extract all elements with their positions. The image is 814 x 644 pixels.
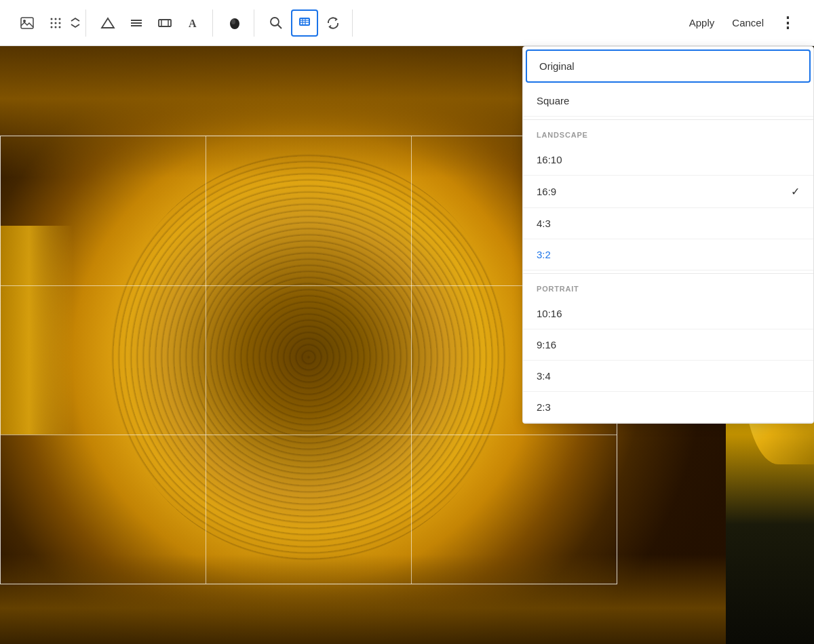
- svg-text:A: A: [189, 18, 197, 29]
- dropdown-item-label: 9:16: [537, 339, 556, 350]
- svg-point-19: [231, 19, 235, 24]
- svg-point-10: [59, 26, 61, 28]
- dropdown-item-label: 10:16: [537, 308, 562, 319]
- text-button[interactable]: A: [180, 9, 207, 37]
- svg-point-20: [271, 18, 279, 26]
- dropdown-item-original[interactable]: Original: [526, 49, 811, 83]
- check-icon: ✓: [791, 185, 800, 198]
- search-button[interactable]: [263, 9, 290, 37]
- paint-button[interactable]: [221, 9, 248, 37]
- dropdown-item-10-16[interactable]: 10:16: [523, 298, 813, 329]
- section-header-portrait: PORTRAIT: [523, 277, 813, 298]
- toolbar-group-paint: [216, 9, 254, 37]
- dropdown-item-3-2[interactable]: 3:2: [523, 239, 813, 270]
- dropdown-item-16-10[interactable]: 16:10: [523, 144, 813, 176]
- lines-button[interactable]: [123, 9, 150, 37]
- apply-button[interactable]: Apply: [681, 12, 723, 34]
- svg-rect-14: [159, 20, 171, 26]
- seed-pattern: [109, 154, 509, 561]
- dropdown-item-square[interactable]: Square: [523, 85, 813, 117]
- svg-point-2: [51, 18, 53, 20]
- dropdown-item-label: 4:3: [537, 218, 551, 229]
- svg-point-8: [51, 26, 53, 28]
- toolbar-group-actions: Apply Cancel ⋮: [676, 9, 806, 37]
- svg-point-3: [55, 18, 57, 20]
- dropdown-item-3-4[interactable]: 3:4: [523, 361, 813, 392]
- toolbar-group-shape: A: [89, 9, 213, 37]
- svg-point-9: [55, 26, 57, 28]
- frame-button[interactable]: [151, 9, 178, 37]
- dropdown-item-label: 3:2: [537, 249, 551, 260]
- dropdown-item-label: 3:4: [537, 370, 551, 382]
- aspect-ratio-dropdown: Original Square LANDSCAPE 16:10 16:9 ✓ 4…: [522, 46, 814, 424]
- landscape-divider: [523, 119, 813, 120]
- dropdown-item-label: 16:10: [537, 154, 562, 165]
- dropdown-item-label: Original: [539, 60, 575, 72]
- up-down-arrows[interactable]: [71, 17, 80, 28]
- dropdown-item-label: 2:3: [537, 401, 551, 413]
- svg-rect-22: [300, 18, 309, 25]
- toolbar: A: [0, 0, 814, 46]
- svg-line-21: [278, 24, 282, 28]
- left-petal: [0, 226, 73, 435]
- svg-point-7: [59, 22, 61, 24]
- grid-button[interactable]: [42, 9, 69, 37]
- svg-point-6: [55, 22, 57, 24]
- portrait-divider: [523, 273, 813, 274]
- dropdown-item-2-3[interactable]: 2:3: [523, 392, 813, 423]
- svg-point-5: [51, 22, 53, 24]
- image-button[interactable]: [14, 9, 41, 37]
- bottom-petal-area: [0, 555, 726, 644]
- svg-rect-0: [21, 18, 33, 28]
- triangle-button[interactable]: [94, 9, 121, 37]
- cancel-button[interactable]: Cancel: [724, 12, 772, 34]
- more-button[interactable]: ⋮: [773, 9, 800, 37]
- dropdown-item-label: 16:9: [537, 186, 556, 197]
- dropdown-item-label: Square: [537, 95, 569, 106]
- main-area: Original Square LANDSCAPE 16:10 16:9 ✓ 4…: [0, 46, 814, 644]
- dropdown-item-16-9[interactable]: 16:9 ✓: [523, 176, 813, 208]
- toolbar-group-image: [8, 9, 86, 37]
- toolbar-group-tools: [257, 9, 353, 37]
- svg-point-4: [59, 18, 61, 20]
- dropdown-item-9-16[interactable]: 9:16: [523, 329, 813, 361]
- section-header-landscape: LANDSCAPE: [523, 123, 813, 144]
- dropdown-item-4-3[interactable]: 4:3: [523, 208, 813, 239]
- rotate-button[interactable]: [319, 9, 347, 37]
- crop-button[interactable]: [291, 9, 318, 37]
